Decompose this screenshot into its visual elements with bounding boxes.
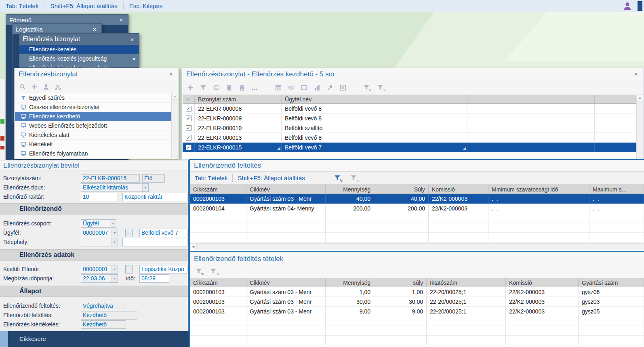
lookup-button[interactable]: … xyxy=(125,265,133,273)
column-suly[interactable]: súly xyxy=(374,278,427,287)
cell-komissio[interactable]: 22/K2-000003 xyxy=(506,307,579,316)
cell-ugyfel[interactable]: Belföldi vevő 8 xyxy=(282,104,467,114)
ido-field[interactable]: 08:29 xyxy=(139,274,169,283)
filter-clear-icon[interactable]: × xyxy=(210,268,217,275)
list-window-titlebar[interactable]: Ellenőrzésbizonylat - Ellenőrzés kezdhet… xyxy=(182,68,644,80)
cell-min-szavatossag[interactable]: . . xyxy=(488,204,589,213)
filter-apply-icon[interactable]: ✓ xyxy=(363,84,370,91)
cell-bizonylat[interactable]: 22-ELKR-000008 xyxy=(195,104,282,114)
filter-window-titlebar[interactable]: Ellenőrzésbizonylat × xyxy=(15,68,179,80)
row-checkbox[interactable]: ✓ xyxy=(183,123,195,133)
close-icon[interactable]: × xyxy=(91,26,98,33)
cell-min-szavatossag[interactable]: . . xyxy=(488,194,589,204)
scissors-icon[interactable] xyxy=(55,84,61,90)
column-ugyfel-nev[interactable]: Ügyfél név xyxy=(282,95,467,104)
cell-mennyiseg[interactable]: 40,00 xyxy=(326,194,374,204)
column-iktatoszam[interactable]: Iktatószám xyxy=(427,278,506,287)
cell-iktatoszam[interactable]: 22-20/00025;1 xyxy=(427,297,506,307)
cell-mennyiseg[interactable]: 1,00 xyxy=(326,287,374,297)
menu-item-bizonylat-jogosultsag[interactable]: Ellenőrzés-bizonylat jogosultság xyxy=(19,63,139,67)
filter-item-egyedi-szures[interactable]: Egyedi szűrés xyxy=(15,93,171,103)
table-row[interactable]: 0002000103 Gyártási szám 03 - Menr 30,00… xyxy=(190,297,644,307)
table-row[interactable]: 0002000104 Gyártási szám 04- Menny 200,0… xyxy=(190,204,644,213)
vertical-scrollbar[interactable]: ▲ xyxy=(636,95,643,159)
table-row[interactable]: ✓ 22-ELKR-000008 Belföldi vevő 8 xyxy=(183,104,636,114)
menu-item-ellenorzes-kezeles[interactable]: Ellenőrzés-kezelés xyxy=(19,45,139,54)
cell-cikknev[interactable]: Gyártási szám 03 - Menr xyxy=(246,194,326,204)
vertical-scrollbar[interactable]: ▲ xyxy=(171,93,178,158)
table-row[interactable]: 0002000103 Gyártási szám 03 - Menr 9,00 … xyxy=(190,307,644,316)
view-icon[interactable] xyxy=(288,84,295,91)
row-checkbox[interactable]: ✓ xyxy=(183,133,195,143)
row-checkbox[interactable]: ✓ xyxy=(183,143,195,152)
row-checkbox[interactable]: ✓ xyxy=(183,104,195,114)
cell-mennyiseg[interactable]: 30,00 xyxy=(326,297,374,307)
filter-item-kiertekelt[interactable]: Kiértékelt xyxy=(15,140,171,149)
cell-komissio[interactable]: 22/K2-000003 xyxy=(429,194,488,204)
more-icon[interactable]: ... xyxy=(252,84,258,91)
table-row[interactable]: ✓ 22-ELKR-000009 Belföldi vevő 8 xyxy=(183,114,636,123)
cell-bizonylat[interactable]: 22-ELKR-000010 xyxy=(195,123,282,133)
cell-bizonylat[interactable]: 22-ELKR-000015 xyxy=(195,143,282,152)
search-icon[interactable] xyxy=(19,84,26,90)
table-row-selected[interactable]: 0002000103 Gyártási szám 03 - Menr 40,00… xyxy=(190,194,644,204)
cell-komissio[interactable]: 22/K2-000003 xyxy=(506,297,579,307)
excel-icon[interactable] xyxy=(340,84,346,91)
cell-cikknev[interactable]: Gyártási szám 03 - Menr xyxy=(246,297,326,307)
user-icon[interactable] xyxy=(43,84,49,90)
filter-item-osszes[interactable]: Összes ellenőrzés-bizonylat xyxy=(15,103,171,112)
cell-gyartasi-szam[interactable]: gysz06 xyxy=(579,287,644,297)
cell-ugyfel[interactable]: Belföldi vevő 7 xyxy=(282,143,467,152)
close-icon[interactable]: × xyxy=(167,71,175,78)
cell-suly[interactable]: 1,00 xyxy=(374,287,427,297)
column-cikknev[interactable]: Cikknév xyxy=(246,185,326,194)
cell-mennyiseg[interactable]: 9,00 xyxy=(326,307,374,316)
filter-apply-icon[interactable]: ✎ xyxy=(196,268,203,275)
column-cikknev[interactable]: Cikknév xyxy=(246,278,326,287)
csoport-select[interactable]: Ügyfél▼ xyxy=(81,219,116,228)
ugyfel-code-select[interactable]: 00000007▼ xyxy=(81,229,118,237)
cell-cikknev[interactable]: Gyártási szám 03 - Menr xyxy=(246,287,326,297)
menu-item-cikkcsere[interactable]: Cikkcsere xyxy=(8,331,189,347)
refresh-icon[interactable] xyxy=(213,84,219,91)
user-icon[interactable] xyxy=(623,2,632,11)
select-all-checkbox[interactable]: ✓ xyxy=(183,95,195,104)
cell-bizonylat[interactable]: 22-ELKR-000009 xyxy=(195,114,282,123)
chart-icon[interactable] xyxy=(314,84,320,91)
lookup-button[interactable]: … xyxy=(125,229,133,237)
ellenor-code-select[interactable]: 00000001▼ xyxy=(81,265,118,273)
export-grid-icon[interactable] xyxy=(275,84,282,91)
cell-ugyfel[interactable]: Belföldi vevő 8 xyxy=(282,133,467,143)
filter-item-webes-befejezodott[interactable]: Webes Ellenőrzés befejeződött xyxy=(15,121,171,130)
add-icon[interactable] xyxy=(31,84,38,90)
column-mennyiseg[interactable]: Mennyiség xyxy=(326,278,374,287)
table-row[interactable]: 0002000103 Gyártási szám 03 - Menr 1,00 … xyxy=(190,287,644,297)
filter-icon[interactable] xyxy=(200,84,206,91)
add-icon[interactable] xyxy=(187,84,194,91)
tipus-select[interactable]: Elkészült kitárolás▼ xyxy=(81,183,149,192)
bizonylatszam-field[interactable]: 22-ELKR-000015 xyxy=(81,174,140,183)
cell-gyartasi-szam[interactable]: gysz03 xyxy=(579,297,644,307)
cell-cikknev[interactable]: Gyártási szám 03 - Menr xyxy=(246,307,326,316)
cell-ugyfel[interactable]: Belföldi vevő 8 xyxy=(282,114,467,123)
cell-cikkszam[interactable]: 0002000103 xyxy=(190,194,246,204)
filter-item-folyamatban[interactable]: Ellenőrzés folyamatban xyxy=(15,149,171,158)
row-checkbox[interactable]: ✓ xyxy=(183,114,195,123)
cell-suly[interactable]: 200,00 xyxy=(374,204,429,213)
cell-suly[interactable]: 40,00 xyxy=(374,194,429,204)
cell-cikkszam[interactable]: 0002000104 xyxy=(190,204,246,213)
megbizas-date-select[interactable]: 22.03.06▼ xyxy=(81,274,118,283)
close-icon[interactable]: × xyxy=(632,71,640,78)
layout-icon[interactable] xyxy=(301,84,307,91)
column-cikkszam[interactable]: Cikkszám xyxy=(190,278,246,287)
scroll-up-icon[interactable]: ▲ xyxy=(172,93,178,100)
cell-max-szavatossag[interactable]: . . xyxy=(589,204,644,213)
cell-mennyiseg[interactable]: 200,00 xyxy=(326,204,374,213)
filter-clear-icon[interactable]: × xyxy=(377,84,384,91)
cell-cikkszam[interactable]: 0002000103 xyxy=(190,297,246,307)
filter-item-kezdheto[interactable]: Ellenőrzés kezdhető xyxy=(15,112,171,121)
filter-clear-icon[interactable]: × xyxy=(350,175,358,182)
horizontal-scrollbar[interactable]: ◀ xyxy=(190,243,644,250)
cell-iktatoszam[interactable]: 22-20/00025;1 xyxy=(427,307,506,316)
close-icon[interactable]: × xyxy=(128,36,136,43)
